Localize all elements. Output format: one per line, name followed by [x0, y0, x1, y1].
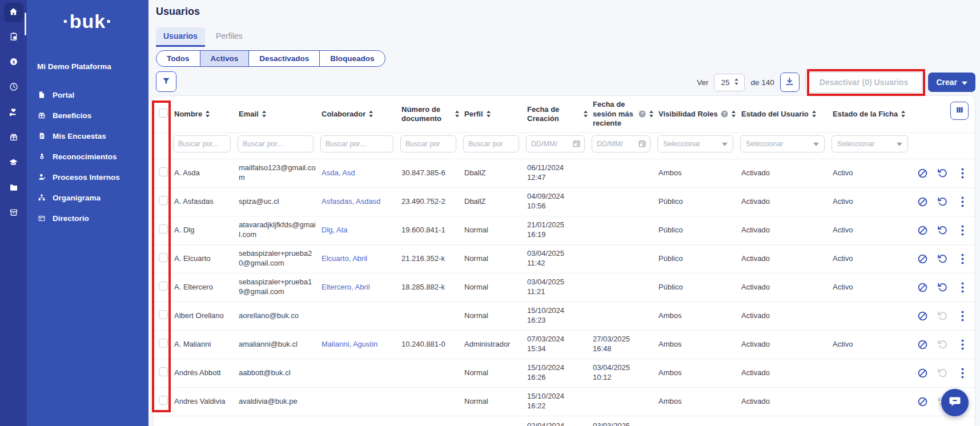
reset-password-button[interactable] — [936, 367, 949, 379]
sort-icon[interactable] — [368, 110, 373, 118]
row-checkbox[interactable] — [159, 196, 168, 205]
collaborator-link[interactable]: Elcuarto, Abril — [322, 254, 367, 263]
rail-item-hand-heart[interactable] — [0, 101, 27, 126]
sidebar-item-mis-encuestas[interactable]: Mis Encuestas — [27, 126, 148, 146]
row-checkbox[interactable] — [159, 310, 168, 319]
block-user-button[interactable] — [916, 395, 929, 408]
sort-icon[interactable] — [455, 110, 460, 118]
reset-password-button[interactable] — [936, 195, 949, 208]
row-checkbox[interactable] — [159, 167, 168, 176]
column-header-created[interactable]: Fecha de Creación — [526, 96, 592, 132]
status-filter-bloqueados[interactable]: Bloqueados — [320, 51, 384, 66]
block-user-button[interactable] — [916, 367, 929, 379]
info-icon[interactable]: ? — [638, 110, 646, 118]
row-checkbox[interactable] — [159, 253, 168, 262]
sidebar-item-directorio[interactable]: Directorio — [27, 208, 148, 228]
column-settings-button[interactable] — [950, 102, 969, 120]
rail-item-folder[interactable] — [0, 176, 27, 201]
row-menu-button[interactable] — [956, 167, 969, 179]
reset-password-button[interactable] — [936, 338, 949, 351]
sort-icon[interactable] — [731, 110, 736, 118]
row-menu-button[interactable] — [956, 338, 969, 351]
row-menu-button[interactable] — [956, 224, 969, 236]
filter-date-last_session[interactable] — [592, 135, 650, 152]
row-menu-button[interactable] — [956, 281, 969, 294]
status-filter-todos[interactable]: Todos — [156, 51, 200, 66]
reset-password-button[interactable] — [936, 224, 949, 236]
column-header-document[interactable]: Número de documento — [400, 96, 463, 132]
sidebar-item-procesos-internos[interactable]: Procesos Internos — [27, 167, 148, 187]
rail-item-archive[interactable] — [0, 201, 27, 226]
rail-scrollbar[interactable] — [25, 13, 26, 35]
column-header-name[interactable]: Nombre — [173, 96, 238, 132]
block-user-button[interactable] — [916, 281, 929, 294]
row-checkbox[interactable] — [159, 282, 168, 291]
reset-password-button[interactable] — [936, 252, 949, 265]
column-header-visibility[interactable]: Visibilidad Roles? — [657, 96, 740, 132]
column-header-record_status[interactable]: Estado de la Ficha — [832, 96, 915, 132]
row-menu-button[interactable] — [956, 310, 969, 322]
block-user-button[interactable] — [916, 310, 929, 322]
sidebar-item-reconocimientos[interactable]: Reconocimientos — [27, 146, 148, 167]
column-header-collaborator[interactable]: Colaborador — [320, 96, 400, 132]
row-checkbox[interactable] — [159, 396, 168, 405]
tab-usuarios[interactable]: Usuarios — [156, 27, 205, 47]
filter-select-user_status[interactable]: Seleccionar — [740, 135, 825, 152]
page-size-select[interactable]: 25 — [714, 74, 745, 91]
filter-select-record_status[interactable]: Seleccionar — [832, 135, 908, 152]
info-icon[interactable]: ? — [721, 110, 728, 118]
reset-password-button[interactable] — [936, 310, 949, 322]
rail-item-home[interactable] — [0, 0, 27, 25]
select-all-checkbox[interactable] — [159, 108, 168, 118]
rail-item-graduation-cap[interactable] — [0, 151, 27, 176]
deactivate-users-button[interactable]: Desactivar (0) Usuarios — [805, 72, 923, 93]
collaborator-link[interactable]: Dlg, Ata — [322, 226, 348, 234]
sort-icon[interactable] — [812, 110, 817, 118]
row-checkbox[interactable] — [159, 339, 168, 348]
filter-select-visibility[interactable]: Seleccionar — [657, 135, 733, 152]
filter-input-collaborator[interactable] — [320, 135, 393, 152]
download-button[interactable] — [780, 73, 800, 92]
column-header-user_status[interactable]: Estado del Usuario — [740, 96, 832, 132]
block-user-button[interactable] — [916, 338, 929, 351]
sort-icon[interactable] — [262, 110, 267, 118]
rail-item-dollar-circle[interactable]: $ — [0, 50, 27, 75]
sort-icon[interactable] — [583, 110, 588, 118]
filter-input-document[interactable] — [400, 135, 456, 152]
sidebar-item-portal[interactable]: Portal — [27, 85, 148, 105]
rail-item-clipboard-clock[interactable] — [0, 25, 27, 50]
filter-input-email[interactable] — [238, 135, 314, 152]
rail-item-clock[interactable] — [0, 75, 27, 101]
collaborator-link[interactable]: Eltercero, Abril — [322, 283, 370, 291]
status-filter-desactivados[interactable]: Desactivados — [249, 51, 320, 66]
filter-input-profile[interactable] — [463, 135, 519, 152]
filter-button[interactable] — [156, 71, 176, 92]
collaborator-link[interactable]: Asda, Asd — [322, 168, 355, 177]
sidebar-item-beneficios[interactable]: Beneficios — [27, 105, 148, 126]
filter-input-name[interactable] — [173, 135, 231, 152]
collaborator-link[interactable]: Malianni, Agustin — [322, 340, 377, 348]
filter-date-created[interactable] — [526, 135, 585, 152]
block-user-button[interactable] — [916, 195, 929, 208]
column-header-last_session[interactable]: Fecha de sesión más reciente? — [592, 96, 657, 132]
block-user-button[interactable] — [916, 252, 929, 265]
column-header-email[interactable]: Email — [238, 96, 320, 132]
block-user-button[interactable] — [916, 167, 929, 179]
collaborator-link[interactable]: Asfasdas, Asdasd — [322, 197, 380, 206]
column-header-profile[interactable]: Perfil — [463, 96, 526, 132]
row-menu-button[interactable] — [956, 367, 969, 379]
sort-icon[interactable] — [205, 110, 210, 118]
sort-icon[interactable] — [901, 110, 906, 118]
row-menu-button[interactable] — [956, 252, 969, 265]
sort-icon[interactable] — [649, 110, 654, 118]
create-button[interactable]: Crear — [928, 73, 975, 92]
tab-perfiles[interactable]: Perfiles — [208, 27, 250, 47]
rail-item-gift-box[interactable] — [0, 126, 27, 151]
sort-icon[interactable] — [486, 110, 491, 118]
row-menu-button[interactable] — [956, 195, 969, 208]
block-user-button[interactable] — [916, 224, 929, 236]
chat-widget-button[interactable] — [941, 389, 969, 416]
sidebar-item-organigrama[interactable]: Organigrama — [27, 187, 148, 208]
reset-password-button[interactable] — [936, 167, 949, 179]
row-checkbox[interactable] — [159, 367, 168, 376]
